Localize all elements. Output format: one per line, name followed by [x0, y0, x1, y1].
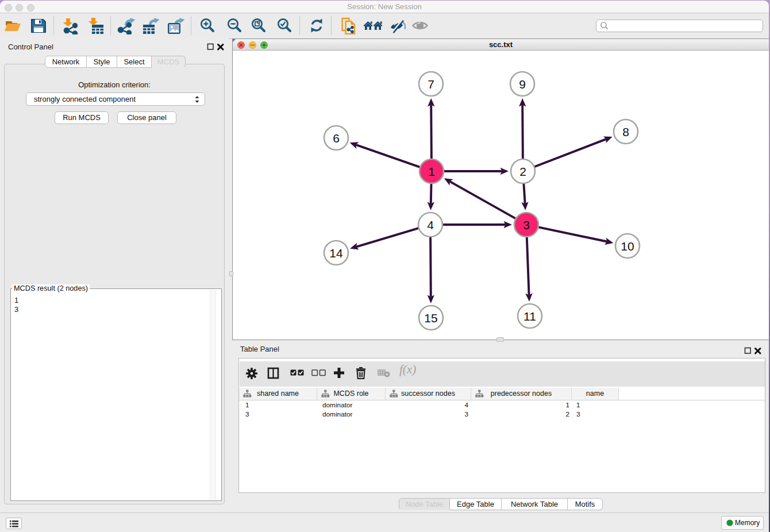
svg-text:3: 3	[523, 218, 530, 232]
svg-text:6: 6	[333, 132, 340, 145]
svg-text:14: 14	[329, 246, 343, 260]
svg-text:10: 10	[621, 240, 634, 253]
svg-text:7: 7	[428, 78, 434, 91]
svg-text:11: 11	[523, 310, 536, 323]
svg-text:8: 8	[622, 125, 629, 138]
svg-text:15: 15	[424, 311, 437, 325]
svg-text:4: 4	[427, 218, 434, 232]
svg-text:1: 1	[428, 165, 435, 178]
svg-text:2: 2	[519, 165, 526, 178]
svg-text:9: 9	[519, 78, 526, 91]
